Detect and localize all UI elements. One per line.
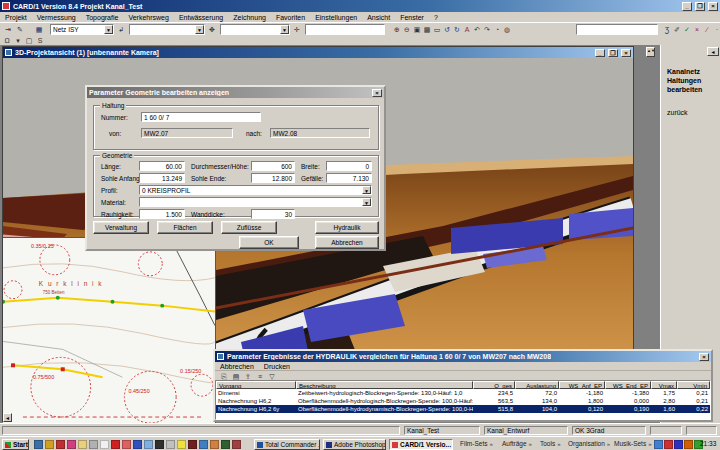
sohle-anfang-field[interactable]: 13.249 xyxy=(139,173,185,183)
goto-icon[interactable]: ⇥ xyxy=(3,24,13,34)
table-row[interactable]: Dimensi Zeitbeiwert-hydrologisch-Blockre… xyxy=(216,389,710,397)
taskbar-clock[interactable]: 21:33 xyxy=(700,440,716,447)
print-icon[interactable]: ⎘ xyxy=(219,372,229,380)
column-header[interactable]: Vmax xyxy=(651,381,677,389)
quicklaunch-icon[interactable] xyxy=(122,440,131,449)
table-row-selected[interactable]: Nachrechnung H6,2 6y Oberflächenmodell-h… xyxy=(216,405,710,413)
close-button[interactable]: × xyxy=(708,2,718,11)
menu-projekt[interactable]: Projekt xyxy=(5,14,27,21)
flaechen-button[interactable]: Flächen xyxy=(157,221,213,234)
dot-icon[interactable]: · xyxy=(712,24,720,34)
column-header[interactable]: Vmin xyxy=(677,381,710,389)
menu-vermessung[interactable]: Vermessung xyxy=(37,14,76,21)
menu-entwaesserung[interactable]: Entwässerung xyxy=(179,14,223,21)
gefaelle-field[interactable]: 7.130 xyxy=(326,173,372,183)
quicklaunch-icon[interactable] xyxy=(133,440,142,449)
quicklaunch-icon[interactable] xyxy=(232,440,241,449)
command-field[interactable] xyxy=(576,24,658,35)
frame-icon[interactable]: ▢ xyxy=(24,35,34,45)
chevron-right-icon[interactable]: » xyxy=(557,441,560,447)
sidebar-item-kanalnetz[interactable]: Kanalnetz xyxy=(667,67,702,76)
close-button[interactable]: × xyxy=(699,353,709,361)
minimize-button[interactable]: _ xyxy=(682,2,692,11)
quicklaunch-icon[interactable] xyxy=(100,440,109,449)
maximize-button[interactable]: ❐ xyxy=(695,2,705,11)
quicklaunch-icon[interactable] xyxy=(199,440,208,449)
menu-einstellungen[interactable]: Einstellungen xyxy=(315,14,357,21)
chevron-down-icon[interactable]: ▼ xyxy=(104,25,113,34)
element-combobox[interactable]: ▼ xyxy=(220,24,290,35)
toolbar-tools[interactable]: Tools» xyxy=(540,440,561,447)
start-button[interactable]: Start xyxy=(2,439,29,450)
close-button[interactable]: × xyxy=(621,49,631,57)
quicklaunch-icon[interactable] xyxy=(210,440,219,449)
check-icon[interactable]: ✓ xyxy=(682,24,692,34)
copy-icon[interactable]: ▤ xyxy=(231,372,241,380)
zufluesse-button[interactable]: Zuflüsse xyxy=(221,221,277,234)
chevron-right-icon[interactable]: » xyxy=(648,441,651,447)
toolbar-organisation[interactable]: Organisation» xyxy=(568,440,610,447)
site-plan-canvas[interactable]: 0.35/0.25 0.25/250 0.75/500 0.45/250 0.1… xyxy=(3,237,216,423)
toolbar-musik-sets[interactable]: Musik-Sets» xyxy=(614,440,652,447)
nummer-field[interactable]: 1 60 0/ 7 xyxy=(141,112,261,122)
refresh-icon[interactable]: ◔ xyxy=(492,24,502,34)
table-row[interactable]: Nachrechnung H6,2 Oberflächenmodell-hydr… xyxy=(216,397,710,405)
measure-icon[interactable]: ✐ xyxy=(672,24,682,34)
sohle-ende-field[interactable]: 12.800 xyxy=(251,173,295,183)
column-header[interactable]: WS_Anf_EP xyxy=(559,381,605,389)
zoom-all-icon[interactable]: ▩ xyxy=(422,24,432,34)
ok-button[interactable]: OK xyxy=(239,236,299,249)
spinner-icon[interactable]: ▲▼ xyxy=(646,47,655,57)
sidebar-item-bearbeiten[interactable]: bearbeiten xyxy=(667,85,702,94)
quicklaunch-icon[interactable] xyxy=(45,440,54,449)
menu-ansicht[interactable]: Ansicht xyxy=(367,14,390,21)
quicklaunch-icon[interactable] xyxy=(221,440,230,449)
chevron-down-icon[interactable]: ▼ xyxy=(195,25,204,34)
zoom-in-icon[interactable]: ⊕ xyxy=(392,24,402,34)
task-photoshop[interactable]: Adobe Photoshop xyxy=(323,439,386,450)
abbrechen-button[interactable]: Abbrechen xyxy=(315,236,379,249)
quicklaunch-icon[interactable] xyxy=(34,440,43,449)
quicklaunch-icon[interactable] xyxy=(177,440,186,449)
tray-icon[interactable] xyxy=(684,440,693,449)
profil-select[interactable]: 0 KREISPROFIL ▼ xyxy=(139,185,372,195)
layer-icon[interactable]: ▦ xyxy=(34,24,44,34)
element-pick-icon[interactable]: ✛ xyxy=(292,24,302,35)
snap-icon[interactable]: Ʒ xyxy=(662,24,672,34)
quicklaunch-icon[interactable] xyxy=(188,440,197,449)
menu-zeichnung[interactable]: Zeichnung xyxy=(233,14,266,21)
style-icon[interactable]: S xyxy=(35,35,45,45)
column-header[interactable]: Q_ges xyxy=(473,381,515,389)
delete-icon[interactable]: × xyxy=(692,24,702,34)
quicklaunch-icon[interactable] xyxy=(56,440,65,449)
chevron-down-icon[interactable]: ▼ xyxy=(362,198,371,206)
station-combobox[interactable]: ▼ xyxy=(129,24,205,35)
omega-icon[interactable]: Ω xyxy=(2,35,12,45)
sort-icon[interactable]: ≡ xyxy=(255,372,265,380)
sidebar-item-zurueck[interactable]: zurück xyxy=(667,108,702,117)
material-select[interactable]: ▼ xyxy=(139,197,372,207)
scroll-left-icon[interactable]: ◄ xyxy=(3,413,12,422)
results-menu-drucken[interactable]: Drucken xyxy=(264,363,290,370)
close-button[interactable]: × xyxy=(372,89,382,97)
quicklaunch-icon[interactable] xyxy=(144,440,153,449)
results-menu-abbrechen[interactable]: Abbrechen xyxy=(220,363,254,370)
netz-apply-icon[interactable]: ↲ xyxy=(116,24,126,35)
maximize-button[interactable]: ❐ xyxy=(608,49,618,57)
tray-icon[interactable] xyxy=(654,440,663,449)
menu-favoriten[interactable]: Favoriten xyxy=(276,14,305,21)
station-pick-icon[interactable]: ✥ xyxy=(207,24,217,35)
undo-icon[interactable]: ↶ xyxy=(472,24,482,34)
breite-field[interactable]: 0 xyxy=(326,161,372,171)
durchmesser-field[interactable]: 600 xyxy=(251,161,295,171)
quicklaunch-icon[interactable] xyxy=(89,440,98,449)
pan-icon[interactable]: ▭ xyxy=(432,24,442,34)
nach-field[interactable]: MW2.08 xyxy=(270,128,370,138)
rotate-right-icon[interactable]: ↻ xyxy=(452,24,462,34)
pen-icon[interactable]: ∕ xyxy=(702,24,712,34)
column-header[interactable]: Auslastung xyxy=(515,381,559,389)
toolbar-auftraege[interactable]: Aufträge» xyxy=(502,440,532,447)
laenge-field[interactable]: 60.00 xyxy=(139,161,185,171)
coordinate-field[interactable] xyxy=(305,24,385,35)
sidebar-scroll-icon[interactable]: ◄ xyxy=(707,47,719,56)
